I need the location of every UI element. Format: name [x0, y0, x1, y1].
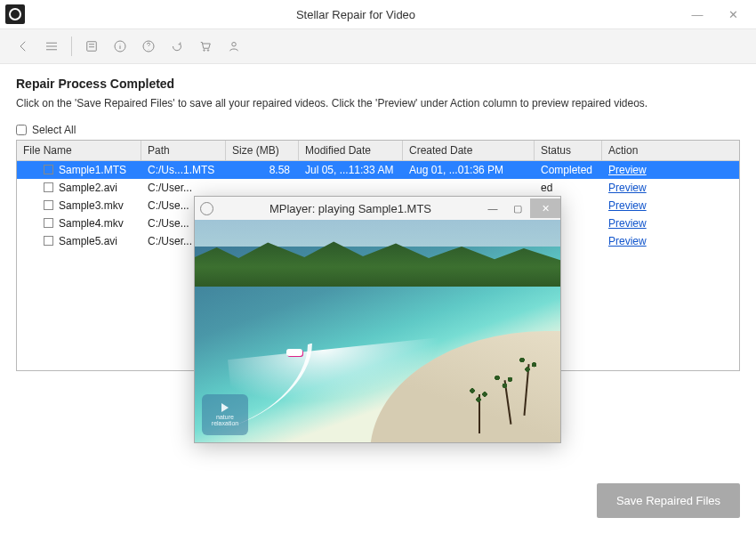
preview-title: MPlayer: playing Sample1.MTS — [221, 202, 480, 215]
preview-link[interactable]: Preview — [608, 164, 647, 176]
help-icon[interactable] — [136, 34, 161, 59]
col-action[interactable]: Action — [602, 141, 739, 160]
cell-created — [403, 187, 535, 189]
cell-filename: Sample5.avi — [59, 235, 117, 247]
row-checkbox[interactable] — [44, 182, 53, 192]
select-all-input[interactable] — [16, 125, 27, 135]
titlebar: Stellar Repair for Video — ✕ — [0, 0, 756, 28]
col-filename[interactable]: File Name — [17, 141, 141, 160]
preview-link[interactable]: Preview — [608, 235, 647, 247]
window-title: Stellar Repair for Video — [32, 8, 680, 21]
col-path[interactable]: Path — [141, 141, 226, 160]
col-size[interactable]: Size (MB) — [226, 141, 299, 160]
svg-rect-0 — [87, 42, 97, 52]
table-row[interactable]: Sample1.MTSC:/Us...1.MTS8.58Jul 05, ...1… — [17, 161, 739, 179]
cell-path: C:/User... — [141, 181, 226, 195]
minimize-button[interactable]: — — [680, 2, 715, 27]
cell-filename: Sample3.mkv — [59, 199, 124, 212]
list-icon[interactable] — [79, 34, 104, 59]
cell-status: Completed — [535, 163, 602, 177]
row-checkbox[interactable] — [44, 200, 53, 210]
preview-maximize[interactable]: ▢ — [505, 198, 530, 218]
page-heading: Repair Process Completed — [16, 77, 740, 91]
table-row[interactable]: Sample2.aviC:/User...edPreview — [17, 179, 739, 197]
svg-point-4 — [207, 50, 209, 52]
close-button[interactable]: ✕ — [715, 2, 751, 27]
save-repaired-button[interactable]: Save Repaired Files — [597, 483, 740, 518]
mplayer-icon — [200, 202, 213, 215]
cell-modified — [299, 187, 403, 189]
select-all-checkbox[interactable]: Select All — [16, 124, 740, 136]
info-icon[interactable] — [108, 34, 133, 59]
cell-created: Aug 01, ...01:36 PM — [403, 163, 535, 177]
cell-filename: Sample1.MTS — [59, 164, 126, 176]
page-subtext: Click on the 'Save Repaired Files' to sa… — [16, 96, 740, 111]
col-status[interactable]: Status — [535, 141, 602, 160]
user-icon[interactable] — [221, 34, 246, 59]
svg-point-5 — [232, 43, 237, 47]
row-checkbox[interactable] — [44, 236, 53, 246]
svg-point-3 — [204, 50, 205, 52]
back-button[interactable] — [11, 34, 36, 59]
table-header: File Name Path Size (MB) Modified Date C… — [17, 141, 739, 161]
preview-link[interactable]: Preview — [608, 182, 647, 194]
watermark: nature relaxation — [202, 394, 248, 435]
video-preview[interactable]: nature relaxation — [195, 220, 560, 442]
preview-link[interactable]: Preview — [608, 217, 647, 230]
row-checkbox[interactable] — [44, 218, 53, 228]
cell-modified: Jul 05, ...11:33 AM — [299, 163, 403, 177]
preview-window: MPlayer: playing Sample1.MTS — ▢ ✕ natur… — [194, 196, 561, 443]
preview-titlebar[interactable]: MPlayer: playing Sample1.MTS — ▢ ✕ — [195, 197, 560, 220]
preview-minimize[interactable]: — — [480, 198, 505, 218]
preview-close[interactable]: ✕ — [530, 198, 560, 218]
cell-filename: Sample2.avi — [59, 182, 117, 194]
preview-link[interactable]: Preview — [608, 199, 647, 212]
refresh-icon[interactable] — [165, 34, 189, 59]
toolbar — [0, 28, 756, 64]
select-all-label: Select All — [32, 124, 76, 136]
toolbar-separator — [71, 36, 72, 56]
cell-path: C:/Us...1.MTS — [141, 163, 226, 177]
cell-size: 8.58 — [226, 163, 299, 177]
col-created[interactable]: Created Date — [403, 141, 535, 160]
app-icon — [5, 4, 25, 24]
cell-size — [226, 187, 299, 189]
cell-filename: Sample4.mkv — [59, 217, 124, 230]
menu-button[interactable] — [39, 34, 64, 59]
row-checkbox[interactable] — [44, 165, 53, 174]
cell-status: ed — [535, 181, 602, 195]
cart-icon[interactable] — [193, 34, 218, 59]
col-modified[interactable]: Modified Date — [299, 141, 403, 160]
